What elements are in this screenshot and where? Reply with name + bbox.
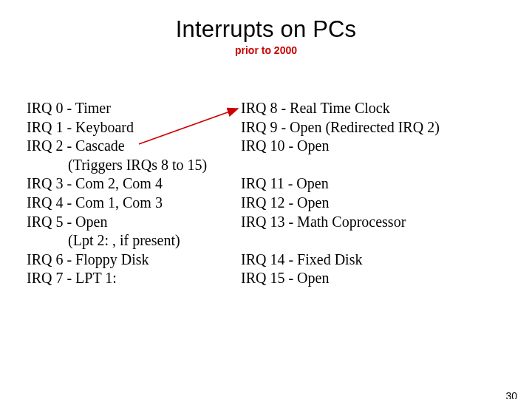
irq-13: IRQ 13 - Math Coprocessor [241,213,511,232]
slide-content: IRQ 0 - Timer IRQ 8 - Real Time Clock IR… [27,99,511,288]
irq-5-note: (Lpt 2: , if present) [27,231,282,250]
irq-row: IRQ 7 - LPT 1: IRQ 15 - Open [27,269,511,288]
irq-row: IRQ 0 - Timer IRQ 8 - Real Time Clock [27,99,511,118]
irq-4: IRQ 4 - Com 1, Com 3 [27,194,241,213]
irq-row: IRQ 6 - Floppy Disk IRQ 14 - Fixed Disk [27,250,511,270]
slide-title: Interrupts on PCs [0,16,532,43]
irq-2: IRQ 2 - Cascade [27,137,241,156]
irq-row: IRQ 5 - Open IRQ 13 - Math Coprocessor [27,213,511,232]
page-number: 30 [505,390,517,399]
irq-14: IRQ 14 - Fixed Disk [241,250,511,270]
irq-5: IRQ 5 - Open [27,213,241,232]
irq-row: IRQ 3 - Com 2, Com 4 IRQ 11 - Open [27,174,511,194]
irq-11: IRQ 11 - Open [241,174,511,194]
irq-15: IRQ 15 - Open [241,269,511,288]
irq-7: IRQ 7 - LPT 1: [27,269,241,288]
irq-3: IRQ 3 - Com 2, Com 4 [27,174,241,194]
irq-2-note: (Triggers IRQs 8 to 15) [27,156,282,175]
irq-row: IRQ 1 - Keyboard IRQ 9 - Open (Redirecte… [27,118,511,137]
irq-empty [282,156,511,175]
slide: Interrupts on PCs prior to 2000 IRQ 0 - … [0,16,532,399]
irq-row: IRQ 4 - Com 1, Com 3 IRQ 12 - Open [27,194,511,213]
irq-10: IRQ 10 - Open [241,137,511,156]
irq-1: IRQ 1 - Keyboard [27,118,241,137]
slide-subtitle: prior to 2000 [0,44,532,56]
irq-0: IRQ 0 - Timer [27,99,241,118]
irq-empty [282,231,511,250]
irq-12: IRQ 12 - Open [241,194,511,213]
irq-row: (Triggers IRQs 8 to 15) [27,156,511,175]
irq-6: IRQ 6 - Floppy Disk [27,250,241,270]
irq-9: IRQ 9 - Open (Redirected IRQ 2) [241,118,511,137]
irq-8: IRQ 8 - Real Time Clock [241,99,511,118]
irq-row: (Lpt 2: , if present) [27,231,511,250]
irq-row: IRQ 2 - Cascade IRQ 10 - Open [27,137,511,156]
